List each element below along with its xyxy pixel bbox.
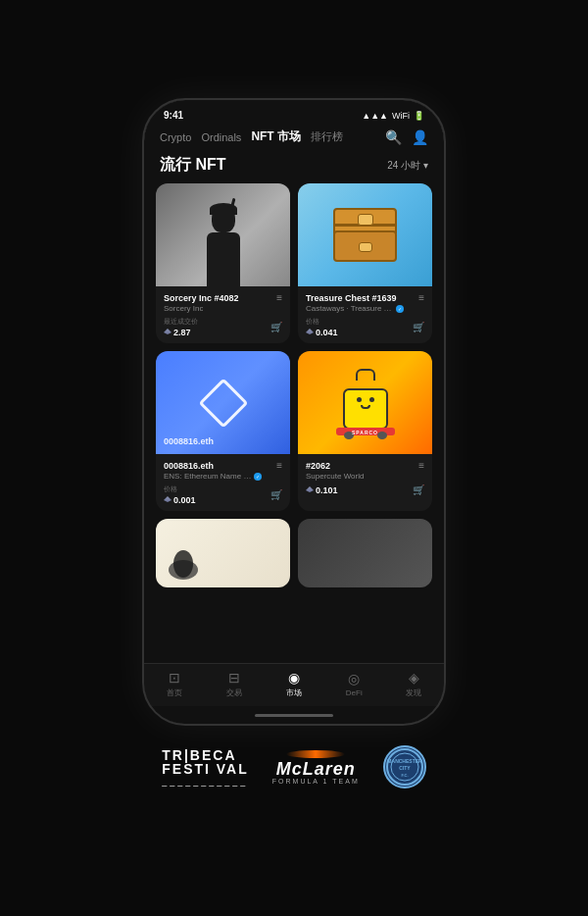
nft-collection-treasure: Castaways · Treasure Chests — [306, 304, 394, 313]
market-tab-icon: ◉ — [288, 670, 300, 686]
nft-info-sorcery: Sorcery Inc #4082 ≡ Sorcery Inc 最近成交价 — [156, 286, 290, 343]
nft-image-supercute: Sparco — [298, 351, 432, 454]
price-label-ens: 价格 — [164, 484, 196, 494]
phone-wrapper: 9:41 ▲▲▲ WiFi 🔋 Crypto Ordinals NFT 市场 排… — [142, 98, 446, 726]
nft-menu-supercute[interactable]: ≡ — [418, 460, 424, 471]
nav-crypto[interactable]: Crypto — [160, 131, 191, 143]
defi-tab-label: DeFi — [346, 688, 363, 697]
nft-image-treasure — [298, 183, 432, 286]
home-bar — [255, 714, 333, 717]
phone-screen: 9:41 ▲▲▲ WiFi 🔋 Crypto Ordinals NFT 市场 排… — [144, 100, 444, 724]
search-icon[interactable]: 🔍 — [385, 129, 402, 145]
nft-info-supercute: #2062 ≡ Supercute World — [298, 454, 432, 501]
supercute-character: Sparco — [336, 369, 395, 437]
price-label-treasure: 价格 — [306, 317, 338, 327]
nav-tab-trade[interactable]: ⊟ 交易 — [204, 670, 264, 698]
mclaren-logo-text: McLaren — [276, 760, 356, 778]
nft-image-ens: 0008816.eth — [156, 351, 290, 454]
nft-name-sorcery: Sorcery Inc #4082 — [164, 293, 239, 303]
nav-tab-defi[interactable]: ◎ DeFi — [324, 671, 384, 697]
market-tab-label: 市场 — [286, 687, 302, 698]
status-bar: 9:41 ▲▲▲ WiFi 🔋 — [144, 100, 444, 125]
eth-icon-treasure — [306, 329, 314, 336]
svg-text:CITY: CITY — [399, 765, 411, 771]
cart-icon-sorcery[interactable]: 🛒 — [270, 322, 282, 332]
nft-grid[interactable]: Sorcery Inc #4082 ≡ Sorcery Inc 最近成交价 — [144, 183, 444, 663]
tribeca-line2: FESTI VAL — [162, 762, 249, 776]
svg-point-1 — [173, 550, 193, 578]
nft-card-sorcery[interactable]: Sorcery Inc #4082 ≡ Sorcery Inc 最近成交价 — [156, 183, 290, 343]
home-indicator — [144, 706, 444, 724]
eth-icon-supercute — [306, 486, 314, 494]
nft-card-supercute[interactable]: Sparco #2062 ≡ Supercute World — [298, 351, 432, 511]
price-value-treasure: 0.041 — [306, 328, 338, 337]
price-value-sorcery: 2.87 — [164, 328, 198, 337]
verified-badge-treasure: ✓ — [396, 305, 404, 313]
tribeca-line1: TR|BECA — [162, 748, 236, 762]
nft-image-sorcery — [156, 183, 290, 286]
mancity-badge: MANCHESTER CITY F.C. — [383, 745, 426, 789]
silhouette-figure — [194, 203, 253, 286]
nft-row-2: 0008816.eth 0008816.eth ≡ ENS: Ethereum … — [156, 351, 432, 511]
cart-icon-treasure[interactable]: 🛒 — [413, 322, 424, 332]
price-value-supercute: 0.101 — [306, 485, 338, 495]
bottom-nav: ⊡ 首页 ⊟ 交易 ◉ 市场 ◎ DeFi ◈ 发现 — [144, 663, 444, 706]
svg-text:F.C.: F.C. — [401, 773, 408, 778]
nft-collection-supercute: Supercute World — [306, 472, 364, 481]
nft-name-supercute: #2062 — [306, 461, 330, 471]
nft-row-3 — [156, 519, 432, 587]
nft-collection-ens: ENS: Ethereum Name Servi... — [164, 472, 252, 481]
status-time: 9:41 — [164, 110, 183, 121]
section-title: 流行 NFT — [160, 155, 226, 176]
nav-nft-market[interactable]: NFT 市场 — [251, 128, 301, 145]
eth-icon-ens — [164, 496, 172, 504]
nft-card-partial1[interactable] — [156, 519, 290, 587]
brand-tribeca: TR|BECA FESTI VAL ___________ — [162, 748, 249, 787]
eth-icon-sorcery — [164, 329, 172, 336]
ens-label: 0008816.eth — [164, 436, 214, 446]
nft-menu-ens[interactable]: ≡ — [276, 460, 282, 471]
nft-info-treasure: Treasure Chest #1639 ≡ Castaways · Treas… — [298, 286, 432, 343]
nav-tab-home[interactable]: ⊡ 首页 — [144, 670, 204, 698]
nft-image-partial2 — [298, 519, 432, 587]
mclaren-sub-text: FORMULA 1 TEAM — [272, 778, 360, 785]
price-value-ens: 0.001 — [164, 495, 196, 505]
cart-icon-supercute[interactable]: 🛒 — [413, 484, 424, 495]
nft-card-partial2[interactable] — [298, 519, 432, 587]
treasure-chest-visual — [333, 208, 397, 262]
nft-row-1: Sorcery Inc #4082 ≡ Sorcery Inc 最近成交价 — [156, 183, 432, 343]
home-tab-label: 首页 — [167, 687, 182, 698]
nft-menu-sorcery[interactable]: ≡ — [276, 292, 282, 303]
nft-menu-treasure[interactable]: ≡ — [418, 292, 424, 303]
nav-tab-discover[interactable]: ◈ 发现 — [384, 670, 444, 698]
section-header: 流行 NFT 24 小时 ▾ — [144, 151, 444, 183]
brand-mancity: MANCHESTER CITY F.C. — [383, 745, 426, 789]
brand-row: TR|BECA FESTI VAL ___________ McLaren FO… — [0, 745, 588, 789]
cart-icon-ens[interactable]: 🛒 — [270, 489, 282, 500]
phone-frame: 9:41 ▲▲▲ WiFi 🔋 Crypto Ordinals NFT 市场 排… — [142, 98, 446, 726]
svg-text:MANCHESTER: MANCHESTER — [387, 758, 422, 764]
trade-tab-label: 交易 — [226, 687, 242, 698]
nft-info-ens: 0008816.eth ≡ ENS: Ethereum Name Servi..… — [156, 454, 290, 511]
nft-name-treasure: Treasure Chest #1639 — [306, 293, 397, 303]
nft-name-ens: 0008816.eth — [164, 461, 214, 471]
discover-tab-icon: ◈ — [409, 670, 419, 686]
trade-tab-icon: ⊟ — [228, 670, 240, 686]
ens-diamond-icon — [198, 378, 248, 428]
nft-card-ens[interactable]: 0008816.eth 0008816.eth ≡ ENS: Ethereum … — [156, 351, 290, 511]
nav-ordinals[interactable]: Ordinals — [201, 131, 241, 143]
brand-mclaren: McLaren FORMULA 1 TEAM — [272, 750, 360, 785]
price-label-sorcery: 最近成交价 — [164, 317, 198, 327]
tribeca-underline: ___________ — [162, 777, 248, 787]
profile-icon[interactable]: 👤 — [412, 129, 428, 145]
nav-tab-market[interactable]: ◉ 市场 — [264, 670, 323, 698]
mclaren-swoosh — [286, 750, 345, 758]
status-icons: ▲▲▲ WiFi 🔋 — [362, 111, 424, 121]
section-filter[interactable]: 24 小时 ▾ — [387, 159, 428, 173]
nav-ranking[interactable]: 排行榜 — [311, 129, 343, 144]
verified-badge-ens: ✓ — [254, 473, 262, 481]
nft-card-treasure[interactable]: Treasure Chest #1639 ≡ Castaways · Treas… — [298, 183, 432, 343]
home-tab-icon: ⊡ — [169, 670, 180, 686]
nft-image-partial1 — [156, 519, 290, 587]
nft-collection-sorcery: Sorcery Inc — [164, 304, 203, 313]
